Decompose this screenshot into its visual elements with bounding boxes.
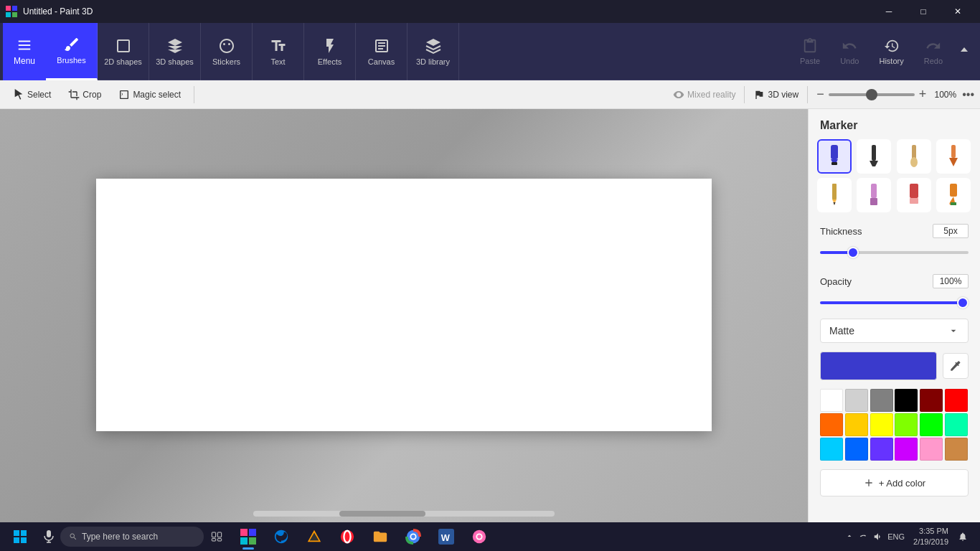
color-palette bbox=[809, 389, 980, 466]
svg-rect-3 bbox=[12, 12, 17, 17]
color-orange[interactable] bbox=[820, 413, 843, 436]
svg-rect-36 bbox=[217, 539, 221, 541]
zoom-slider[interactable] bbox=[829, 93, 915, 96]
language-indicator: ENG bbox=[887, 532, 905, 541]
tool-effects[interactable]: Effects bbox=[304, 23, 356, 80]
paste-button[interactable]: Paste bbox=[794, 35, 826, 68]
extra-taskbar-icon bbox=[471, 529, 487, 545]
taskbar-search[interactable]: Type here to search bbox=[60, 527, 204, 547]
brush-oil[interactable] bbox=[897, 139, 931, 174]
svg-rect-34 bbox=[217, 532, 221, 537]
select-tool[interactable]: Select bbox=[6, 86, 58, 103]
zoom-out-button[interactable]: − bbox=[816, 87, 824, 102]
redo-icon bbox=[925, 38, 941, 54]
color-black[interactable] bbox=[895, 389, 918, 412]
svg-rect-28 bbox=[14, 537, 19, 543]
word-taskbar-icon: W bbox=[438, 529, 454, 545]
drawing-canvas[interactable] bbox=[96, 179, 712, 431]
taskbar-opera[interactable] bbox=[331, 522, 363, 551]
taskbar-edge[interactable] bbox=[265, 522, 297, 551]
scrollbar-thumb[interactable] bbox=[339, 511, 425, 517]
color-brown[interactable] bbox=[945, 438, 968, 461]
3d-view-button[interactable]: 3D view bbox=[753, 89, 798, 100]
taskbar-word[interactable]: W bbox=[430, 522, 462, 551]
eyedropper-icon bbox=[949, 359, 962, 372]
start-button[interactable] bbox=[3, 522, 37, 551]
taskbar-vlc[interactable] bbox=[298, 522, 330, 551]
redo-button[interactable]: Redo bbox=[918, 35, 948, 68]
tool-2dshapes[interactable]: 2D shapes bbox=[98, 23, 149, 80]
color-green[interactable] bbox=[920, 413, 943, 436]
clock[interactable]: 3:35 PM 2/19/2019 bbox=[913, 526, 948, 548]
active-color-swatch[interactable] bbox=[820, 352, 937, 380]
3dshapes-icon bbox=[166, 37, 184, 55]
more-options-button[interactable]: ••• bbox=[962, 88, 974, 101]
svg-rect-22 bbox=[910, 184, 918, 198]
add-color-button[interactable]: + Add color bbox=[820, 469, 969, 496]
minimize-button[interactable]: ─ bbox=[872, 0, 905, 23]
thickness-slider[interactable] bbox=[820, 251, 969, 254]
system-tray: ENG bbox=[839, 532, 910, 542]
color-yellow[interactable] bbox=[870, 413, 893, 436]
magic-select-tool[interactable]: Magic select bbox=[111, 86, 188, 103]
color-blue[interactable] bbox=[845, 438, 868, 461]
brush-calligraphy[interactable] bbox=[857, 139, 891, 174]
tool-canvas[interactable]: Canvas bbox=[356, 23, 407, 80]
3dlibrary-icon bbox=[425, 37, 442, 55]
toolbar-collapse-button[interactable] bbox=[957, 43, 971, 60]
opacity-slider[interactable] bbox=[820, 301, 969, 304]
color-mint[interactable] bbox=[945, 413, 968, 436]
notification-button[interactable] bbox=[951, 522, 974, 551]
color-lime[interactable] bbox=[895, 413, 918, 436]
edge-taskbar-icon bbox=[273, 529, 289, 545]
color-pink[interactable] bbox=[920, 438, 943, 461]
color-indigo[interactable] bbox=[870, 438, 893, 461]
svg-rect-27 bbox=[21, 530, 27, 536]
svg-rect-5 bbox=[19, 44, 31, 46]
svg-rect-7 bbox=[831, 145, 838, 159]
color-red[interactable] bbox=[945, 389, 968, 412]
menu-button[interactable]: Menu bbox=[3, 23, 46, 80]
zoom-in-button[interactable]: + bbox=[919, 87, 927, 102]
svg-marker-15 bbox=[949, 158, 958, 166]
taskbar-app-extra[interactable] bbox=[463, 522, 495, 551]
color-violet[interactable] bbox=[895, 438, 918, 461]
brush-eraser[interactable] bbox=[897, 178, 931, 212]
svg-rect-9 bbox=[831, 162, 837, 165]
color-darkred[interactable] bbox=[920, 389, 943, 412]
close-button[interactable]: ✕ bbox=[941, 0, 974, 23]
brush-pencil[interactable] bbox=[817, 178, 852, 212]
color-white[interactable] bbox=[820, 389, 843, 412]
crop-tool[interactable]: Crop bbox=[61, 86, 108, 103]
sub-toolbar: Select Crop Magic select Mixed reality 3… bbox=[0, 80, 980, 109]
color-lightgray[interactable] bbox=[845, 389, 868, 412]
tool-3dshapes[interactable]: 3D shapes bbox=[149, 23, 201, 80]
color-cyan[interactable] bbox=[820, 438, 843, 461]
chevron-tray-icon[interactable] bbox=[844, 532, 854, 542]
horizontal-scrollbar[interactable] bbox=[253, 511, 555, 517]
brush-watercolor[interactable] bbox=[936, 139, 971, 174]
canvas-area[interactable] bbox=[0, 109, 808, 522]
taskbar-paint3d[interactable] bbox=[232, 522, 264, 551]
finish-dropdown[interactable]: Matte bbox=[820, 319, 969, 343]
tool-stickers[interactable]: Stickers bbox=[201, 23, 253, 80]
brush-marker[interactable] bbox=[817, 139, 852, 174]
brush-pixel[interactable] bbox=[857, 178, 891, 212]
opacity-value: 100% bbox=[933, 274, 969, 288]
task-view-button[interactable] bbox=[204, 522, 230, 551]
mixed-reality-button[interactable]: Mixed reality bbox=[673, 89, 735, 100]
brush-fill[interactable] bbox=[936, 178, 971, 212]
tool-text[interactable]: Text bbox=[253, 23, 304, 80]
taskbar-chrome[interactable] bbox=[397, 522, 429, 551]
taskbar-files[interactable] bbox=[364, 522, 396, 551]
color-gold[interactable] bbox=[845, 413, 868, 436]
cortana-mic-button[interactable] bbox=[37, 527, 60, 547]
color-gray[interactable] bbox=[870, 389, 893, 412]
tool-brushes[interactable]: Brushes bbox=[46, 23, 98, 80]
eyedropper-button[interactable] bbox=[943, 353, 969, 379]
tool-3dlibrary[interactable]: 3D library bbox=[407, 23, 459, 80]
history-button[interactable]: History bbox=[873, 35, 909, 68]
maximize-button[interactable]: □ bbox=[907, 0, 940, 23]
svg-rect-0 bbox=[6, 6, 11, 11]
undo-button[interactable]: Undo bbox=[834, 35, 864, 68]
